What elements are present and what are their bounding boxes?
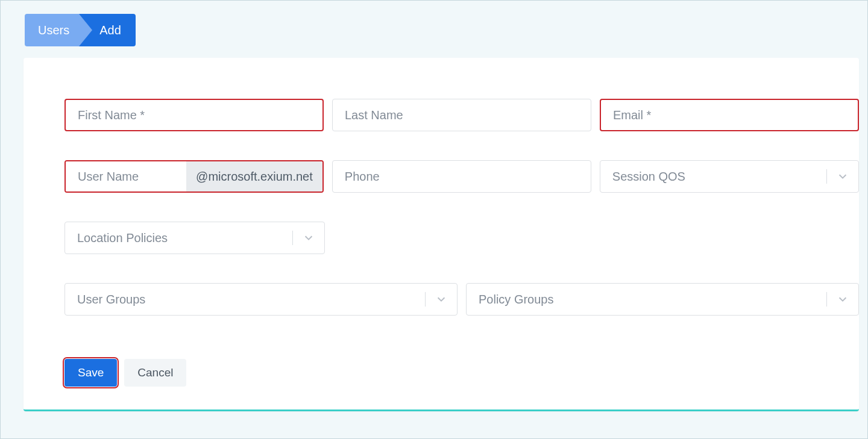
form-row-1 — [24, 99, 859, 131]
username-input[interactable] — [66, 161, 186, 191]
page-root: Users Add @microsoft.exium.net Session Q… — [1, 1, 867, 438]
location-policies-select[interactable]: Location Policies — [64, 222, 325, 254]
select-divider — [425, 292, 426, 307]
user-groups-select[interactable]: User Groups — [64, 283, 458, 316]
form-row-3: Location Policies — [24, 222, 859, 254]
session-qos-select[interactable]: Session QOS — [600, 160, 859, 193]
username-domain-suffix: @microsoft.exium.net — [186, 161, 322, 191]
cancel-button[interactable]: Cancel — [124, 359, 186, 387]
form-row-2: @microsoft.exium.net Session QOS — [24, 160, 859, 193]
select-divider — [826, 292, 827, 307]
first-name-input[interactable] — [64, 99, 324, 131]
user-groups-placeholder: User Groups — [77, 293, 145, 307]
chevron-down-icon — [837, 294, 848, 305]
form-card: @microsoft.exium.net Session QOS Locatio… — [24, 58, 859, 411]
policy-groups-select[interactable]: Policy Groups — [466, 283, 859, 316]
email-input[interactable] — [600, 99, 859, 131]
chevron-down-icon — [303, 232, 314, 243]
breadcrumb-add-label: Add — [99, 23, 121, 37]
breadcrumb-users-label: Users — [38, 23, 69, 37]
select-divider — [292, 231, 293, 245]
form-row-4: User Groups Policy Groups — [24, 283, 859, 316]
policy-groups-placeholder: Policy Groups — [479, 293, 554, 307]
username-group: @microsoft.exium.net — [64, 160, 324, 193]
chevron-down-icon — [436, 294, 447, 305]
form-actions: Save Cancel — [24, 359, 859, 387]
session-qos-placeholder: Session QOS — [612, 170, 685, 184]
chevron-down-icon — [837, 171, 848, 182]
save-button[interactable]: Save — [64, 359, 117, 387]
breadcrumb-users[interactable]: Users — [25, 14, 79, 46]
breadcrumb: Users Add — [25, 14, 136, 46]
phone-input[interactable] — [332, 160, 591, 193]
select-divider — [826, 169, 827, 184]
location-policies-placeholder: Location Policies — [77, 231, 168, 245]
last-name-input[interactable] — [332, 99, 591, 131]
